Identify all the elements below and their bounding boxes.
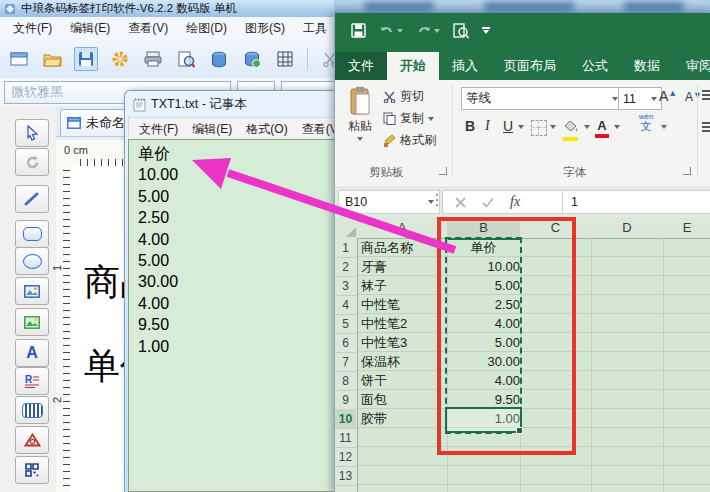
- menu-tools[interactable]: 工具: [296, 18, 334, 39]
- rich-text-tool[interactable]: R: [15, 367, 49, 395]
- new-document-icon[interactable]: [8, 48, 30, 70]
- row-header-2[interactable]: 2: [335, 257, 356, 277]
- menu-view[interactable]: 查看(V): [121, 18, 175, 39]
- barcode-tool[interactable]: [15, 396, 49, 424]
- document-tab-icon: [67, 117, 81, 129]
- rotate-tool[interactable]: [15, 148, 49, 176]
- menu-draw[interactable]: 绘图(D): [179, 18, 234, 39]
- row-header-7[interactable]: 7: [335, 352, 356, 372]
- qrcode-tool[interactable]: [15, 456, 49, 484]
- menu-edit[interactable]: 编辑(E): [63, 18, 117, 39]
- italic-button[interactable]: I: [485, 118, 490, 134]
- name-box[interactable]: B10: [338, 190, 440, 214]
- formula-input[interactable]: 1: [562, 190, 710, 214]
- menu-shape[interactable]: 图形(S): [238, 18, 292, 39]
- row-header-1[interactable]: 1: [335, 238, 356, 258]
- fill-color-button[interactable]: [563, 118, 580, 141]
- rounded-rect-tool[interactable]: [15, 220, 49, 248]
- phonetic-dropdown[interactable]: [661, 125, 667, 129]
- bold-button[interactable]: B: [465, 118, 475, 134]
- col-header-D[interactable]: D: [591, 217, 664, 239]
- text-tool[interactable]: A: [15, 339, 49, 367]
- cut-label: 剪切: [400, 88, 424, 105]
- row-header-5[interactable]: 5: [335, 314, 356, 334]
- name-box-value: B10: [345, 195, 367, 209]
- gridline: [591, 238, 592, 492]
- ellipse-tool[interactable]: [15, 247, 49, 275]
- tab-formulas[interactable]: 公式: [569, 52, 621, 80]
- enter-icon[interactable]: [482, 197, 494, 208]
- ribbon: 粘贴 剪切 复制 格式刷 剪贴板 等线: [335, 80, 710, 187]
- format-painter-button[interactable]: 格式刷: [383, 132, 436, 149]
- group-separator: [452, 84, 453, 176]
- underline-dropdown[interactable]: [518, 125, 524, 129]
- print-preview-icon[interactable]: [453, 23, 469, 39]
- database-icon[interactable]: [208, 48, 230, 70]
- fx-icon[interactable]: fx: [510, 194, 520, 210]
- line-tool[interactable]: [15, 185, 49, 213]
- phonetic-guide-button[interactable]: wén 文: [635, 113, 657, 132]
- notepad-text-area[interactable]: 单价 10.00 5.00 2.50 4.00 5.00 30.00 4.00 …: [128, 139, 338, 492]
- copy-button[interactable]: 复制: [383, 110, 434, 127]
- paste-button[interactable]: 粘贴: [343, 86, 377, 152]
- row-header-11[interactable]: 11: [335, 428, 356, 448]
- grid-icon[interactable]: [274, 48, 296, 70]
- save-icon[interactable]: [351, 23, 366, 38]
- save-icon[interactable]: [74, 47, 98, 71]
- col-header-A[interactable]: A: [357, 217, 448, 239]
- database-connect-icon[interactable]: [241, 48, 263, 70]
- row-header-13[interactable]: 13: [335, 466, 356, 486]
- row-header-6[interactable]: 6: [335, 333, 356, 353]
- chevron-down-icon: [357, 137, 363, 141]
- row-header-9[interactable]: 9: [335, 390, 356, 410]
- underline-button[interactable]: U: [503, 118, 513, 134]
- print-icon[interactable]: [142, 48, 164, 70]
- cut-button[interactable]: 剪切: [383, 88, 424, 105]
- undo-button[interactable]: [379, 24, 403, 37]
- tab-data[interactable]: 数据: [621, 52, 673, 80]
- redo-button[interactable]: [416, 24, 440, 37]
- menu-file[interactable]: 文件(F): [6, 18, 59, 39]
- select-all-corner[interactable]: [335, 217, 358, 239]
- image-color-tool[interactable]: [15, 308, 49, 336]
- grow-font-button[interactable]: A▲: [659, 88, 677, 104]
- font-name-combo[interactable]: 等线: [461, 87, 623, 110]
- print-preview-icon[interactable]: [175, 48, 197, 70]
- font-color-button[interactable]: A: [595, 116, 609, 138]
- notepad-title: TXT1.txt - 记事本: [151, 96, 247, 113]
- tab-page-layout[interactable]: 页面布局: [491, 52, 569, 80]
- font-size-combo[interactable]: 11: [618, 87, 662, 110]
- row-header-4[interactable]: 4: [335, 295, 356, 315]
- notepad-window: TXT1.txt - 记事本 文件(F) 编辑(E) 格式(O) 查看(V) 单…: [124, 90, 340, 492]
- row-header-8[interactable]: 8: [335, 371, 356, 391]
- borders-button[interactable]: [531, 120, 547, 136]
- row-header-3[interactable]: 3: [335, 276, 356, 296]
- tab-review[interactable]: 审阅: [673, 52, 710, 80]
- image-tool[interactable]: [15, 277, 49, 305]
- shape-triangle-tool[interactable]: [15, 426, 49, 454]
- notepad-menu-file[interactable]: 文件(F): [133, 119, 184, 140]
- clipboard-dialog-launcher[interactable]: [439, 167, 447, 175]
- barcode-app-icon: [4, 3, 16, 15]
- settings-gear-icon[interactable]: [109, 48, 131, 70]
- tab-insert[interactable]: 插入: [439, 52, 491, 80]
- cancel-icon[interactable]: [455, 197, 466, 208]
- fbar-grip[interactable]: [436, 194, 438, 196]
- shrink-font-button[interactable]: A▼: [685, 90, 702, 104]
- tab-file[interactable]: 文件: [335, 52, 387, 80]
- col-header-E[interactable]: E: [663, 217, 710, 239]
- select-cursor-tool[interactable]: [15, 119, 49, 147]
- tab-home[interactable]: 开始: [387, 52, 439, 80]
- fill-color-dropdown[interactable]: [584, 125, 590, 129]
- paste-label: 粘贴: [348, 118, 372, 135]
- row-header-10[interactable]: 10: [335, 409, 356, 429]
- notepad-menu-edit[interactable]: 编辑(E): [186, 119, 238, 140]
- notepad-menu-format[interactable]: 格式(O): [240, 119, 293, 140]
- customize-qat-button[interactable]: [482, 27, 490, 34]
- font-dialog-launcher[interactable]: [683, 167, 691, 175]
- annotation-red-rectangle: [437, 217, 576, 455]
- row-header-12[interactable]: 12: [335, 447, 356, 467]
- font-color-dropdown[interactable]: [614, 125, 620, 129]
- open-folder-icon[interactable]: [41, 48, 63, 70]
- borders-dropdown[interactable]: [550, 125, 556, 129]
